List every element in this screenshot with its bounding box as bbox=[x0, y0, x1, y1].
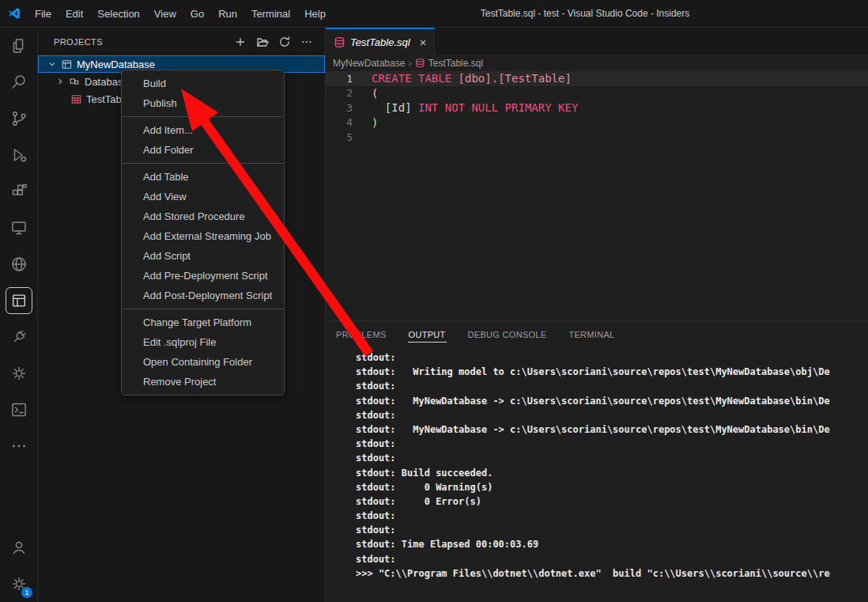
output-line: stdout: 0 Error(s) bbox=[356, 494, 868, 509]
menu-item-add-table[interactable]: Add Table bbox=[122, 167, 284, 187]
account-button[interactable] bbox=[0, 529, 37, 566]
output-line: stdout: bbox=[356, 523, 868, 537]
tab-output[interactable]: OUTPUT bbox=[408, 328, 447, 343]
references-icon bbox=[68, 75, 81, 88]
close-icon[interactable]: × bbox=[420, 36, 427, 48]
menu-selection[interactable]: Selection bbox=[90, 0, 146, 27]
menu-item-add-post-deployment-script[interactable]: Add Post-Deployment Script bbox=[122, 286, 284, 305]
menu-item-edit-sqlproj-file[interactable]: Edit .sqlproj File bbox=[122, 332, 284, 352]
editor-tab-bar: TestTable.sql × bbox=[326, 28, 868, 55]
menu-item-add-external-streaming-job[interactable]: Add External Streaming Job bbox=[122, 226, 284, 246]
menu-item-add-folder[interactable]: Add Folder bbox=[122, 140, 284, 160]
menu-separator bbox=[123, 163, 283, 164]
line-number: 1 bbox=[326, 73, 353, 85]
output-line: stdout: bbox=[356, 451, 868, 465]
add-project-button[interactable] bbox=[232, 33, 249, 51]
settings-button[interactable]: 1 bbox=[0, 566, 37, 602]
sidebar-header: PROJECTS bbox=[38, 28, 325, 55]
run-debug-view-button[interactable] bbox=[0, 137, 37, 173]
chevron-right-icon: › bbox=[408, 57, 411, 69]
database-icon bbox=[415, 58, 425, 68]
menu-run[interactable]: Run bbox=[211, 0, 244, 27]
menu-item-add-stored-procedure[interactable]: Add Stored Procedure bbox=[122, 206, 284, 226]
search-icon bbox=[9, 73, 28, 92]
line-number: 2 bbox=[326, 87, 353, 99]
project-context-menu: Build Publish Add Item... Add Folder Add… bbox=[121, 70, 285, 396]
breadcrumb: MyNewDatabase › TestTable.sql bbox=[326, 55, 868, 71]
chevron-right-icon[interactable] bbox=[54, 75, 66, 88]
output-line: stdout: MyNewDatabase -> c:\Users\scoria… bbox=[356, 422, 868, 437]
project-icon bbox=[60, 58, 73, 70]
plus-icon bbox=[234, 36, 247, 48]
files-icon bbox=[9, 36, 28, 55]
menu-view[interactable]: View bbox=[147, 0, 183, 27]
tree-item-label: MyNewDatabase bbox=[77, 59, 155, 70]
more-actions-button[interactable] bbox=[298, 33, 315, 51]
terminal-view-button[interactable] bbox=[0, 392, 37, 428]
run-debug-icon bbox=[9, 146, 28, 165]
menu-item-add-item[interactable]: Add Item... bbox=[122, 120, 284, 140]
menu-go[interactable]: Go bbox=[183, 0, 211, 27]
search-view-button[interactable] bbox=[0, 64, 37, 100]
menu-terminal[interactable]: Terminal bbox=[244, 0, 297, 27]
activity-bar-bottom: 1 bbox=[0, 529, 37, 602]
tab-terminal[interactable]: TERMINAL bbox=[568, 328, 615, 342]
ellipsis-icon bbox=[300, 36, 313, 48]
menu-item-remove-project[interactable]: Remove Project bbox=[122, 372, 284, 392]
breadcrumb-file[interactable]: TestTable.sql bbox=[428, 58, 483, 69]
vscode-window: File Edit Selection View Go Run Terminal… bbox=[0, 0, 868, 602]
breadcrumb-project[interactable]: MyNewDatabase bbox=[333, 58, 405, 69]
account-icon bbox=[9, 538, 28, 557]
cog-icon bbox=[9, 364, 28, 383]
tab-problems[interactable]: PROBLEMS bbox=[335, 328, 387, 342]
menu-item-add-view[interactable]: Add View bbox=[122, 187, 284, 206]
globe-icon bbox=[9, 255, 28, 274]
web-view-button[interactable] bbox=[0, 246, 37, 282]
output-line: stdout: bbox=[356, 509, 868, 523]
menu-item-change-target-platform[interactable]: Change Target Platform bbox=[122, 312, 284, 332]
folder-open-icon bbox=[256, 36, 269, 48]
database-icon bbox=[334, 36, 345, 48]
sidebar-title: PROJECTS bbox=[54, 37, 103, 47]
extensions-view-button[interactable] bbox=[0, 173, 37, 210]
source-control-view-button[interactable] bbox=[0, 100, 37, 137]
menu-file[interactable]: File bbox=[28, 0, 58, 27]
line-number: 4 bbox=[326, 116, 353, 128]
settings-badge: 1 bbox=[21, 587, 32, 598]
output-line: >>> "C:\\Program Files\\dotnet\\dotnet.e… bbox=[356, 566, 868, 581]
menu-item-add-pre-deployment-script[interactable]: Add Pre-Deployment Script bbox=[122, 266, 284, 286]
menu-item-add-script[interactable]: Add Script bbox=[122, 246, 284, 266]
code-line: 1 CREATE TABLE [dbo].[TestTable] bbox=[326, 71, 868, 86]
remote-explorer-icon bbox=[9, 218, 28, 237]
refresh-button[interactable] bbox=[276, 33, 293, 51]
menu-item-open-containing-folder[interactable]: Open Containing Folder bbox=[122, 352, 284, 372]
menu-item-publish[interactable]: Publish bbox=[122, 93, 284, 113]
output-log[interactable]: stdout: stdout: Writing model to c:\User… bbox=[326, 348, 868, 581]
remote-explorer-view-button[interactable] bbox=[0, 210, 37, 246]
sidebar-actions bbox=[232, 33, 315, 51]
activity-bar: 1 bbox=[0, 28, 38, 602]
tab-debug-console[interactable]: DEBUG CONSOLE bbox=[467, 328, 548, 342]
tools-view-button[interactable] bbox=[0, 355, 37, 392]
bottom-panel: PROBLEMS OUTPUT DEBUG CONSOLE TERMINAL s… bbox=[326, 320, 868, 602]
output-line: stdout: Build succeeded. bbox=[356, 466, 868, 480]
explorer-view-button[interactable] bbox=[0, 28, 37, 64]
code-editor[interactable]: 1 CREATE TABLE [dbo].[TestTable] 2 ( 3 [… bbox=[326, 71, 868, 145]
output-line: stdout: bbox=[356, 350, 868, 365]
output-line: stdout: bbox=[356, 379, 868, 393]
source-control-icon bbox=[9, 109, 28, 128]
open-folder-button[interactable] bbox=[254, 33, 271, 51]
menu-item-build[interactable]: Build bbox=[122, 74, 284, 93]
menu-help[interactable]: Help bbox=[297, 0, 333, 27]
additional-views-button[interactable] bbox=[0, 428, 37, 464]
database-projects-view-button[interactable] bbox=[0, 282, 37, 319]
more-views-icon bbox=[9, 437, 28, 456]
code-line: 5 bbox=[326, 130, 868, 145]
tab-testtable-sql[interactable]: TestTable.sql × bbox=[326, 28, 435, 55]
connections-view-button[interactable] bbox=[0, 319, 37, 355]
menu-edit[interactable]: Edit bbox=[58, 0, 90, 27]
tab-label: TestTable.sql bbox=[350, 36, 410, 48]
output-line: stdout: Time Elapsed 00:00:03.69 bbox=[356, 537, 868, 551]
menu-separator bbox=[123, 116, 283, 117]
chevron-down-icon[interactable] bbox=[46, 58, 58, 70]
